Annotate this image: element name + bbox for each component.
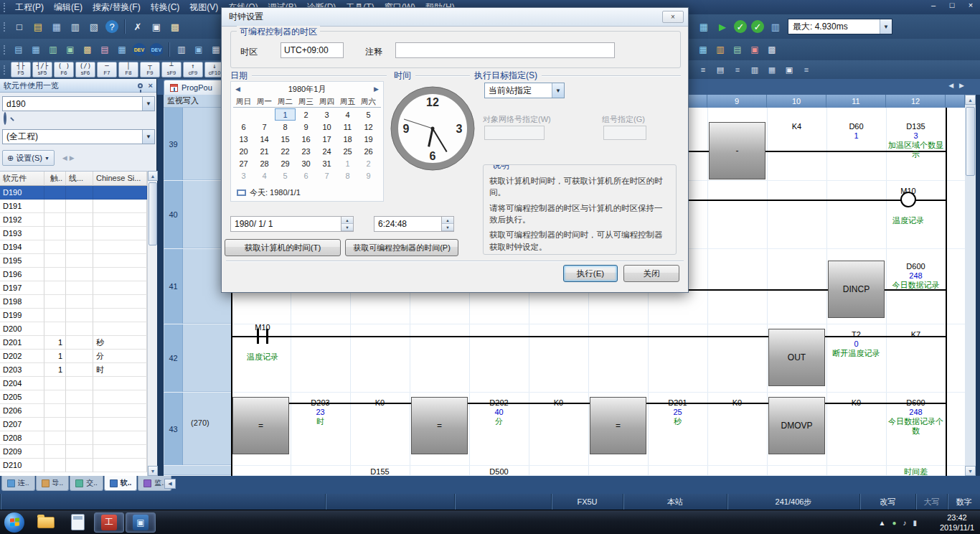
structured-data-icon[interactable]: ▩	[80, 42, 95, 57]
calendar-day[interactable]: 22	[275, 145, 296, 157]
calendar-day[interactable]: 17	[316, 133, 337, 145]
close-button-icon[interactable]: ×	[966, 1, 976, 9]
taskbar-folder-icon[interactable]	[31, 512, 61, 533]
scrollbar-thumb[interactable]	[966, 107, 975, 176]
instruction-block[interactable]: =	[411, 397, 468, 454]
device-memory-icon[interactable]: ▦	[114, 42, 130, 57]
calendar-day[interactable]: 7	[254, 121, 275, 133]
table-row[interactable]: D204	[0, 377, 147, 390]
panel-tab[interactable]: 交..	[70, 476, 103, 491]
target-station-combo[interactable]: 当前站指定 ▼	[484, 83, 565, 98]
menu-item[interactable]: 工程(P)	[10, 0, 49, 15]
dialog-titlebar[interactable]: 时钟设置 ×	[222, 8, 688, 27]
search-icon[interactable]	[4, 113, 17, 126]
fkey-sF6-button[interactable]: (/)sF6	[75, 62, 95, 78]
calendar-day[interactable]: 27	[233, 157, 254, 169]
calendar-day[interactable]: 2	[296, 108, 316, 121]
tab-scroll-left-icon[interactable]: ◀	[948, 82, 953, 89]
calendar-day[interactable]: 24	[316, 145, 337, 157]
hscroll-left-icon[interactable]: ◀	[164, 479, 176, 489]
device-monitor-icon[interactable]: DEV	[150, 43, 163, 56]
fkey-cF9-button[interactable]: ↑cF9	[183, 62, 203, 78]
taskbar-monitor-icon[interactable]: ▣	[126, 512, 156, 533]
scrollbar-thumb[interactable]	[149, 182, 157, 245]
calendar-day[interactable]: 3	[316, 108, 337, 121]
chevron-down-icon[interactable]: ▼	[880, 19, 892, 34]
scroll-down-icon[interactable]: ▼	[148, 466, 158, 476]
rung-number[interactable]: 42	[164, 324, 183, 392]
chevron-down-icon[interactable]: ▼	[142, 130, 154, 144]
calendar-day[interactable]: 26	[358, 145, 379, 157]
device-name-combo[interactable]: d190 ▼	[2, 96, 155, 111]
pin-icon[interactable]	[138, 83, 143, 88]
parameter-icon[interactable]: ▤	[11, 42, 27, 57]
prev-arrow-icon[interactable]: ◀	[62, 154, 67, 161]
calendar-day[interactable]: 6	[233, 121, 254, 133]
tab-scroll-right-icon[interactable]: ▶	[959, 82, 964, 89]
calendar-day[interactable]: 28	[254, 157, 275, 169]
execute-button[interactable]: 执行(E)	[563, 265, 618, 282]
calendar-day[interactable]: 30	[296, 157, 316, 169]
menu-item[interactable]: 转换(C)	[146, 0, 185, 15]
verify-ok-icon[interactable]: ✓	[751, 20, 764, 33]
table-row[interactable]: D195	[0, 254, 147, 268]
calendar-day[interactable]: 2	[358, 157, 379, 169]
tab-progpou[interactable]: ProgPou	[164, 80, 227, 95]
spin-up-icon[interactable]: ▲	[341, 217, 353, 224]
menu-item[interactable]: 视图(V)	[184, 0, 223, 15]
taskbar-gx-works-icon[interactable]: 工	[94, 512, 124, 533]
calendar-day[interactable]: 31	[316, 157, 337, 169]
table-row[interactable]: D191	[0, 200, 147, 213]
diagnostics-icon[interactable]: ▣	[747, 42, 763, 57]
fkey-F8-button[interactable]: │F8	[118, 62, 138, 78]
time-input[interactable]: 6:24:48 ▲▼	[374, 216, 454, 232]
device-table-scrollbar[interactable]: ▲ ▼	[147, 171, 157, 476]
table-row[interactable]: D193	[0, 227, 147, 240]
contact-symbol[interactable]	[257, 329, 259, 344]
spin-down-icon[interactable]: ▼	[341, 224, 353, 231]
ladder-vertical-scrollbar[interactable]: ▲ ▼	[965, 95, 976, 476]
close-button[interactable]: 关闭	[623, 265, 679, 282]
save-icon[interactable]: ▦	[48, 18, 65, 35]
fkey-sF9-button[interactable]: ┴sF9	[161, 62, 182, 78]
fkey-F5-button[interactable]: ┤├F5	[11, 62, 31, 78]
next-arrow-icon[interactable]: ▶	[70, 154, 75, 161]
read-from-plc-icon[interactable]: ▤	[730, 42, 745, 57]
table-row[interactable]: D2031时	[0, 363, 147, 377]
date-input[interactable]: 1980/ 1/ 1 ▲▼	[230, 216, 354, 232]
calendar-prev-icon[interactable]: ◀	[235, 85, 240, 93]
timezone-input[interactable]: UTC+09:00	[281, 42, 344, 58]
instruction-block[interactable]: =	[232, 397, 289, 454]
instruction-block[interactable]: -	[709, 122, 765, 179]
calendar-day[interactable]: 23	[296, 145, 316, 157]
comment-input[interactable]	[395, 42, 615, 58]
calendar-day[interactable]: 15	[275, 133, 296, 145]
tray-icon[interactable]: ♪	[903, 519, 906, 527]
calendar-day[interactable]: 12	[358, 121, 379, 133]
rung-number[interactable]: 41	[164, 249, 183, 324]
calendar-day[interactable]: 3	[233, 169, 254, 182]
print-preview-icon[interactable]: ▧	[85, 18, 103, 35]
calendar-day[interactable]: 29	[275, 157, 296, 169]
cut-icon[interactable]: ✗	[129, 18, 146, 35]
calendar-day[interactable]: 7	[316, 169, 337, 182]
comment-icon[interactable]: ▤	[97, 42, 113, 57]
get-plc-time-button[interactable]: 获取可编程控制器的时间(P)	[345, 239, 458, 256]
calendar-day[interactable]: 9	[296, 121, 316, 133]
write-to-plc-icon[interactable]: ▥	[712, 42, 728, 57]
taskbar-calculator-icon[interactable]	[62, 512, 93, 533]
menu-item[interactable]: 搜索/替换(F)	[88, 0, 146, 15]
instruction-block[interactable]: =	[590, 397, 646, 454]
table-row[interactable]: D207	[0, 418, 147, 431]
table-row[interactable]: D199	[0, 309, 147, 322]
calendar-day[interactable]: 4	[337, 108, 358, 121]
panel-titlebar[interactable]: 软元件使用一览 ×	[0, 79, 156, 93]
calendar-day[interactable]: 20	[233, 145, 254, 157]
tray-icon[interactable]: ●	[892, 519, 896, 527]
table-row[interactable]: D192	[0, 213, 147, 227]
close-icon[interactable]: ×	[149, 81, 153, 90]
settings-button[interactable]: ⊕ 设置(S) ▼	[2, 150, 55, 166]
calendar-day[interactable]: 6	[296, 169, 316, 182]
scroll-down-icon[interactable]: ▼	[965, 466, 976, 476]
tray-icon[interactable]: ▲	[879, 519, 886, 527]
